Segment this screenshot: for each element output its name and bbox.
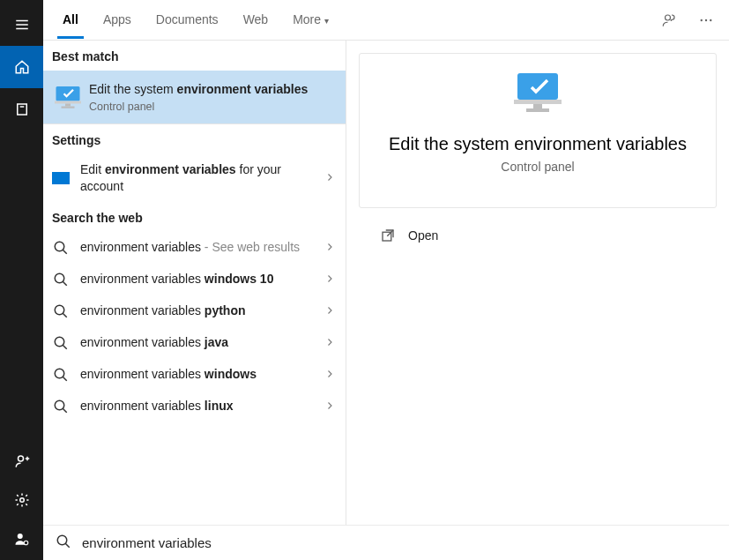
svg-point-20: [55, 242, 64, 251]
settings-header: Settings: [43, 124, 346, 154]
svg-point-14: [710, 19, 711, 20]
svg-line-31: [63, 408, 67, 413]
web-result[interactable]: environment variables windows 10: [43, 264, 346, 295]
search-icon: [52, 239, 70, 257]
svg-point-13: [705, 19, 707, 20]
display-settings-icon: [52, 169, 70, 187]
chevron-right-icon: [324, 399, 335, 414]
svg-point-9: [17, 534, 22, 539]
search-icon: [52, 334, 70, 352]
svg-line-29: [63, 377, 67, 381]
feedback-icon[interactable]: [657, 8, 681, 33]
svg-point-24: [55, 305, 64, 315]
svg-point-11: [666, 15, 671, 20]
open-icon: [380, 228, 396, 243]
svg-point-26: [55, 337, 64, 347]
web-result[interactable]: environment variables linux: [43, 391, 346, 422]
result-title: environment variables windows 10: [80, 271, 321, 287]
add-person-button[interactable]: [0, 451, 43, 472]
tab-documents[interactable]: Documents: [151, 2, 224, 39]
action-label: Open: [408, 228, 438, 243]
windows-search-app: AllAppsDocumentsWebMore▾ Best match: [0, 0, 729, 560]
chevron-right-icon: [324, 171, 335, 185]
svg-point-30: [55, 400, 64, 410]
svg-rect-19: [52, 172, 70, 184]
detail-subtitle: Control panel: [501, 160, 574, 174]
tabs-header: AllAppsDocumentsWebMore▾: [43, 0, 729, 41]
web-result[interactable]: environment variables python: [43, 295, 346, 327]
monitor-check-icon: [52, 81, 84, 113]
settings-result[interactable]: Edit environment variables for your acco…: [43, 154, 346, 202]
result-title: environment variables java: [80, 334, 321, 351]
detail-panel: Edit the system environment variables Co…: [359, 41, 729, 525]
svg-point-5: [18, 456, 23, 461]
svg-line-39: [65, 543, 70, 548]
result-title: Edit environment variables for your acco…: [80, 161, 321, 195]
svg-line-21: [63, 250, 67, 254]
chevron-right-icon: [324, 241, 335, 255]
result-title: environment variables linux: [80, 398, 321, 414]
results-panel: Best match Edit the system environment v…: [43, 41, 346, 525]
web-header: Search the web: [43, 202, 346, 232]
svg-line-23: [63, 281, 67, 286]
svg-point-10: [24, 541, 28, 545]
svg-rect-33: [514, 100, 562, 104]
search-bar: [43, 525, 729, 560]
web-result[interactable]: environment variables - See web results: [43, 232, 346, 264]
svg-rect-3: [17, 104, 26, 115]
main-area: AllAppsDocumentsWebMore▾ Best match: [43, 0, 729, 560]
settings-button[interactable]: [0, 489, 43, 511]
search-icon: [56, 534, 71, 552]
best-match-result[interactable]: Edit the system environment variables Co…: [43, 71, 346, 123]
more-options-icon[interactable]: [694, 8, 718, 33]
svg-point-38: [57, 535, 67, 545]
result-subtitle: Control panel: [89, 101, 338, 113]
svg-rect-32: [517, 73, 558, 100]
svg-point-22: [55, 273, 64, 283]
best-match-header: Best match: [43, 41, 346, 71]
svg-rect-35: [526, 108, 549, 112]
search-input[interactable]: [82, 532, 729, 554]
search-icon: [52, 398, 70, 415]
monitor-check-large-icon: [507, 70, 569, 122]
chevron-down-icon: ▾: [324, 16, 329, 26]
hamburger-button[interactable]: [0, 4, 43, 46]
svg-rect-16: [55, 101, 81, 104]
home-button[interactable]: [0, 46, 43, 88]
svg-line-25: [63, 313, 67, 317]
result-title: environment variables python: [80, 302, 321, 319]
result-title: environment variables windows: [80, 366, 321, 383]
web-result[interactable]: environment variables windows: [43, 359, 346, 391]
tab-apps[interactable]: Apps: [98, 2, 137, 39]
open-action[interactable]: Open: [359, 224, 725, 247]
svg-point-28: [55, 369, 64, 378]
account-switch-button[interactable]: [0, 528, 43, 549]
web-result[interactable]: environment variables java: [43, 327, 346, 359]
svg-rect-18: [62, 107, 75, 108]
tab-more[interactable]: More▾: [287, 2, 334, 39]
chevron-right-icon: [324, 304, 335, 318]
result-title: environment variables - See web results: [80, 239, 321, 256]
svg-point-8: [19, 498, 24, 503]
svg-rect-34: [533, 104, 542, 108]
svg-line-27: [63, 345, 67, 349]
chevron-right-icon: [324, 336, 335, 350]
detail-title: Edit the system environment variables: [389, 134, 687, 154]
nav-rail: [0, 0, 43, 560]
search-icon: [52, 366, 70, 384]
svg-line-37: [387, 230, 393, 236]
tab-web[interactable]: Web: [238, 2, 274, 39]
collections-button[interactable]: [0, 88, 43, 131]
result-title: Edit the system environment variables: [89, 81, 338, 98]
svg-point-12: [701, 19, 703, 20]
chevron-right-icon: [324, 368, 335, 382]
tab-all[interactable]: All: [57, 2, 84, 39]
web-results-list: environment variables - See web resultse…: [43, 232, 346, 422]
search-icon: [52, 302, 70, 320]
svg-rect-17: [65, 104, 71, 107]
detail-card: Edit the system environment variables Co…: [359, 53, 717, 208]
chevron-right-icon: [324, 273, 335, 287]
content-area: Best match Edit the system environment v…: [43, 41, 729, 525]
detail-actions: Open: [359, 224, 725, 247]
search-icon: [52, 271, 70, 288]
